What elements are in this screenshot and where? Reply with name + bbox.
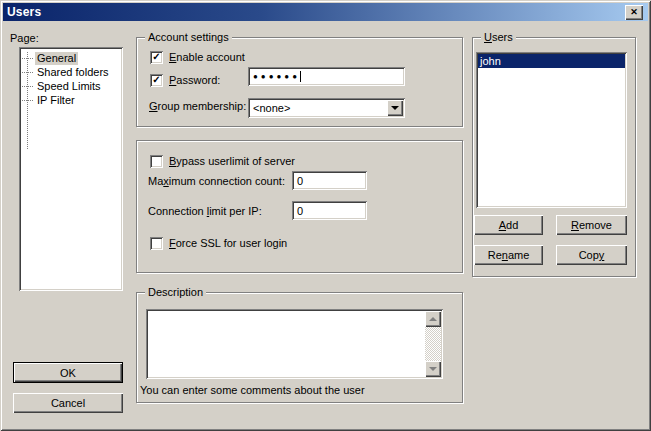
user-list-item-john[interactable]: john: [478, 54, 625, 68]
description-textarea[interactable]: [146, 309, 443, 379]
description-hint: You can enter some comments about the us…: [140, 384, 365, 396]
password-checkbox[interactable]: ✓: [150, 74, 163, 87]
max-connection-count-value: 0: [297, 175, 303, 187]
titlebar[interactable]: Users: [3, 3, 648, 21]
max-connection-count-input[interactable]: 0: [292, 171, 367, 190]
close-icon: ✕: [630, 7, 638, 17]
force-ssl-checkbox[interactable]: [150, 237, 163, 250]
users-dialog: Users ✕ Page: General Shared folders Spe…: [0, 0, 651, 431]
text-cursor: [300, 71, 301, 82]
check-icon: ✓: [152, 74, 160, 85]
force-ssl-label: Force SSL for user login: [169, 237, 287, 250]
check-icon: ✓: [152, 51, 160, 62]
close-button[interactable]: ✕: [625, 5, 643, 20]
add-button[interactable]: Add: [474, 215, 543, 235]
enable-account-checkbox[interactable]: ✓: [150, 51, 163, 64]
cancel-button[interactable]: Cancel: [13, 393, 123, 413]
page-item-ip-filter[interactable]: IP Filter: [22, 93, 123, 107]
bypass-userlimit-label: Bypass userlimit of server: [169, 155, 295, 168]
dropdown-button[interactable]: [387, 100, 403, 116]
account-settings-title: Account settings: [145, 31, 232, 44]
group-membership-label: Group membership:: [149, 100, 246, 113]
description-title: Description: [145, 286, 206, 299]
page-item-speed-limits[interactable]: Speed Limits: [22, 79, 123, 93]
arrow-up-icon: [429, 313, 437, 321]
group-membership-value: <none>: [253, 102, 290, 114]
copy-button[interactable]: Copy: [556, 245, 627, 265]
connection-limit-per-ip-input[interactable]: 0: [292, 201, 367, 220]
password-label: Password:: [169, 74, 220, 87]
bypass-userlimit-checkbox[interactable]: [150, 155, 163, 168]
remove-button[interactable]: Remove: [556, 215, 627, 235]
enable-account-label: Enable account: [169, 51, 245, 64]
window-title: Users: [7, 5, 41, 19]
page-item-general[interactable]: General: [22, 51, 123, 65]
page-list[interactable]: General Shared folders Speed Limits IP F…: [19, 47, 123, 291]
max-connection-count-label: Maximum connection count:: [148, 175, 285, 188]
users-list[interactable]: john: [476, 52, 627, 208]
tree-branch-icon: [22, 72, 33, 73]
tree-branch-icon: [22, 100, 33, 101]
connection-limit-per-ip-value: 0: [297, 205, 303, 217]
password-value: ●●●●●●: [253, 72, 300, 82]
arrow-down-icon: [429, 367, 437, 375]
scrollbar-track[interactable]: [425, 327, 441, 361]
tree-branch-icon: [22, 86, 33, 87]
scroll-down-button[interactable]: [425, 361, 441, 377]
page-item-shared-folders[interactable]: Shared folders: [22, 65, 123, 79]
password-input[interactable]: ●●●●●●: [248, 67, 405, 86]
group-membership-select[interactable]: <none>: [248, 98, 405, 118]
tree-branch-icon: [22, 58, 33, 59]
description-scrollbar[interactable]: [425, 311, 441, 377]
scroll-up-button[interactable]: [425, 311, 441, 327]
page-label: Page:: [10, 32, 39, 45]
rename-button[interactable]: Rename: [474, 245, 543, 265]
connection-limit-per-ip-label: Connection limit per IP:: [148, 205, 262, 218]
ok-button[interactable]: OK: [13, 362, 123, 383]
chevron-down-icon: [391, 106, 399, 114]
users-group-title: Users: [481, 31, 516, 44]
